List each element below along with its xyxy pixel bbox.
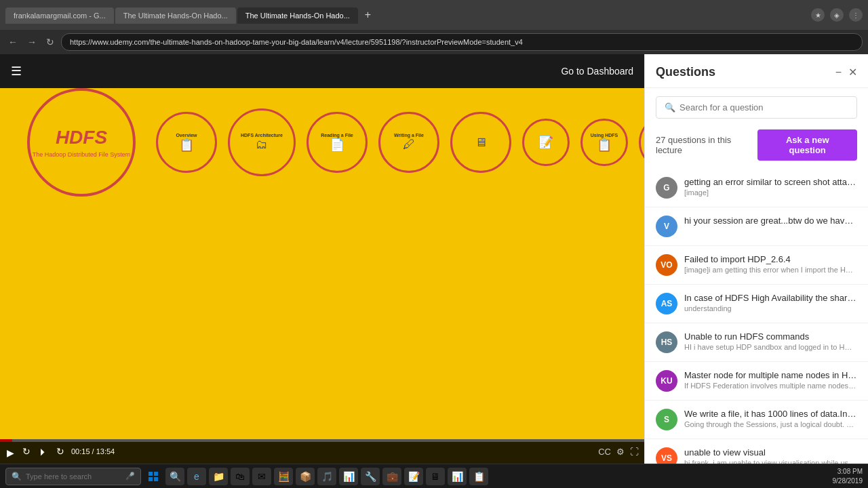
close-panel-button[interactable]: ✕ [848, 66, 857, 79]
reading-label: Reading a File [321, 133, 353, 138]
photo-icon: 🖥 [475, 136, 487, 150]
svg-rect-1 [154, 472, 158, 476]
question-item[interactable]: VO Failed to import HDP_2.6.4 [image]i a… [645, 246, 868, 285]
question-title: unable to view visual [684, 447, 857, 458]
taskbar-app-email[interactable]: ✉ [252, 468, 271, 485]
question-preview: HI i have setup HDP sandbox and logged i… [684, 343, 857, 351]
taskbar-app-files[interactable]: 📁 [209, 468, 228, 485]
svg-rect-3 [154, 477, 158, 481]
fullscreen-icon[interactable]: ⛶ [630, 447, 639, 457]
taskbar-app-store[interactable]: 🛍 [231, 468, 250, 485]
browser-tabs: frankalamargmail.com - G... The Ultimate… [5, 6, 807, 24]
avatar: G [656, 177, 677, 199]
hdfs-subtitle: The Hadoop Distributed File System [33, 151, 131, 158]
question-preview: hi frank, i am unable to view visualisat… [684, 459, 857, 464]
taskbar-app-2[interactable]: 🎵 [317, 468, 336, 485]
taskbar-app-1[interactable]: 📦 [296, 468, 315, 485]
text-slide[interactable]: 📝 [522, 119, 570, 166]
notes-slide[interactable]: Using HDFS 📋 [580, 119, 628, 166]
play-button[interactable]: ▶ [5, 446, 16, 460]
notes-icon: 📋 [591, 138, 618, 152]
browser-nav-bar: ← → ↻ https://www.udemy.com/the-ultimate… [0, 30, 868, 54]
lets-play-circle[interactable]: Let'sPlay [639, 115, 644, 169]
search-input[interactable] [679, 102, 848, 113]
hdfs-circle: HDFS The Hadoop Distributed File System [27, 88, 136, 197]
reload-button[interactable]: ↻ [43, 34, 57, 50]
question-title: Failed to import HDP_2.6.4 [684, 254, 857, 264]
question-item[interactable]: G getting an error similar to screen sho… [645, 169, 868, 207]
question-item[interactable]: S We write a file, it has 1000 lines of … [645, 401, 868, 439]
overview-label: Overview [176, 133, 197, 138]
rewind-button[interactable]: ↻ [55, 445, 66, 458]
avatar: KU [656, 370, 677, 392]
skip-back-button[interactable]: ↻ [21, 445, 32, 458]
taskbar-app-6[interactable]: 📝 [404, 468, 423, 485]
panel-title: Questions [656, 65, 715, 79]
search-box[interactable]: 🔍 [656, 96, 857, 119]
arch-label: HDFS Architecture [241, 133, 283, 138]
avatar: HS [656, 331, 677, 353]
tab-2[interactable]: The Ultimate Hands-On Hado... [115, 7, 236, 24]
taskbar-search[interactable]: 🔍 🎤 [5, 468, 141, 485]
question-body: In case of HDFS High Availability the sh… [684, 293, 857, 312]
panel-header: Questions − ✕ [645, 54, 868, 88]
architecture-slide[interactable]: HDFS Architecture 🗂 [228, 108, 296, 176]
address-text: https://www.udemy.com/the-ultimate-hands… [70, 38, 523, 46]
tab-3-active[interactable]: The Ultimate Hands-On Hado... [237, 7, 358, 24]
taskbar-app-calc[interactable]: 🧮 [274, 468, 293, 485]
question-body: Unable to run HDFS commands HI i have se… [684, 331, 857, 351]
taskbar-app-5[interactable]: 💼 [382, 468, 401, 485]
progress-bar[interactable] [0, 439, 644, 442]
progress-fill [0, 439, 12, 442]
question-body: hi your session are great...btw do we ha… [684, 216, 857, 227]
taskbar-app-windows[interactable] [144, 468, 163, 485]
overview-slide[interactable]: Overview 📋 [156, 112, 217, 173]
tab-1[interactable]: frankalamargmail.com - G... [5, 7, 114, 24]
search-icon: 🔍 [665, 102, 675, 113]
taskbar-search-input[interactable] [26, 472, 121, 481]
avatar: V [656, 216, 677, 237]
question-item[interactable]: V hi your session are great...btw do we … [645, 207, 868, 246]
questions-meta: 27 questions in this lecture Ask a new q… [645, 127, 868, 169]
captions-icon[interactable]: CC [598, 447, 611, 457]
taskbar-app-edge[interactable]: e [187, 468, 206, 485]
new-tab-button[interactable]: + [359, 6, 376, 24]
hdfs-content-area: HDFS The Hadoop Distributed File System … [0, 88, 644, 197]
taskbar-app-4[interactable]: 🔧 [361, 468, 380, 485]
menu-icon[interactable]: ☰ [11, 64, 22, 79]
taskbar-app-3[interactable]: 📊 [339, 468, 358, 485]
question-item[interactable]: HS Unable to run HDFS commands HI i have… [645, 323, 868, 362]
question-title: hi your session are great...btw do we ha… [684, 216, 857, 226]
forward-button[interactable]: → [24, 34, 39, 50]
question-body: getting an error similar to screen shot … [684, 177, 857, 197]
photo-slide[interactable]: 🖥 [450, 112, 511, 173]
address-bar[interactable]: https://www.udemy.com/the-ultimate-hands… [61, 33, 863, 51]
svg-rect-2 [149, 477, 153, 481]
back-button[interactable]: ← [5, 34, 20, 50]
taskbar-app-9[interactable]: 📋 [469, 468, 488, 485]
taskbar-app-7[interactable]: 🖥 [426, 468, 445, 485]
go-to-dashboard-button[interactable]: Go to Dashboard [561, 66, 633, 77]
taskbar-right: 3:08 PM 9/28/2019 [833, 467, 863, 486]
question-title: We write a file, it has 1000 lines of da… [684, 409, 857, 419]
ask-question-button[interactable]: Ask a new question [757, 129, 857, 161]
question-preview: If HDFS Federation involves multiple nam… [684, 382, 857, 390]
taskbar-app-8[interactable]: 📊 [448, 468, 467, 485]
taskbar-app-search[interactable]: 🔍 [165, 468, 184, 485]
video-controls: ▶ ↻ ⏵ ↻ 00:15 / 13:54 CC ⚙ ⛶ [0, 439, 644, 464]
question-item[interactable]: VS unable to view visual hi frank, i am … [645, 439, 868, 464]
extension-icon[interactable]: ◈ [830, 8, 844, 22]
question-item[interactable]: AS In case of HDFS High Availability the… [645, 285, 868, 323]
settings-icon[interactable]: ⚙ [616, 447, 625, 457]
question-item[interactable]: KU Master node for multiple name nodes i… [645, 362, 868, 401]
panel-close-buttons: − ✕ [835, 66, 857, 79]
question-title: getting an error similar to screen shot … [684, 177, 857, 187]
browser-menu-icon[interactable]: ⋮ [849, 8, 863, 22]
writing-file-slide[interactable]: Writing a File 🖊 [378, 112, 439, 173]
bookmark-icon[interactable]: ★ [811, 8, 825, 22]
skip-fwd-button[interactable]: ⏵ [37, 445, 50, 458]
minimize-panel-button[interactable]: − [835, 66, 842, 79]
reading-file-slide[interactable]: Reading a File 📄 [307, 112, 368, 173]
question-title: In case of HDFS High Availability the sh… [684, 293, 857, 303]
browser-chrome: frankalamargmail.com - G... The Ultimate… [0, 0, 868, 30]
